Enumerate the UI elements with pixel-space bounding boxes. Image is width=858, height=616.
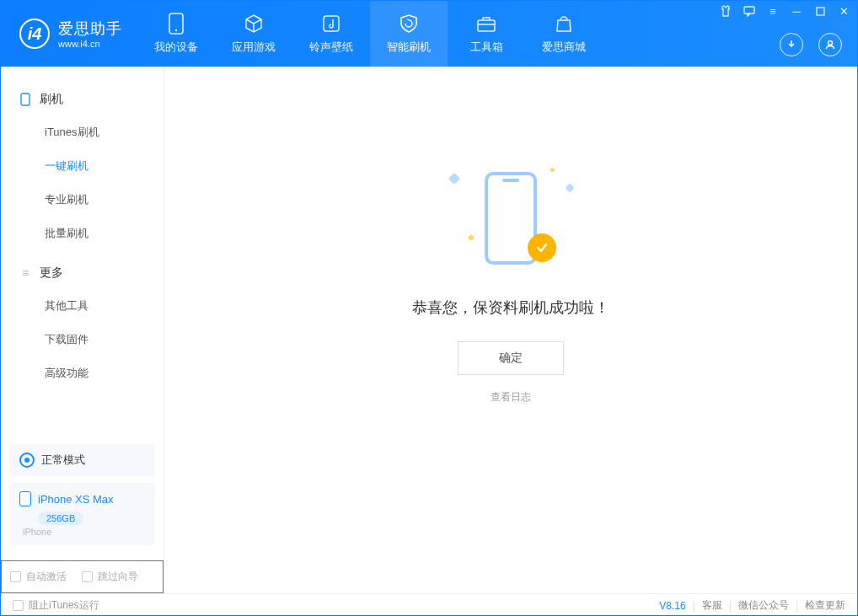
- checkbox-block-itunes[interactable]: 阻止iTunes运行: [13, 598, 99, 613]
- checkbox-icon: [82, 571, 93, 582]
- footer-right: V8.16 | 客服 | 微信公众号 | 检查更新: [659, 598, 845, 613]
- tab-store[interactable]: 爱思商城: [525, 1, 603, 67]
- tab-apps[interactable]: 应用游戏: [215, 1, 292, 67]
- checkbox-label: 自动激活: [26, 570, 67, 584]
- brand-url: www.i4.cn: [58, 39, 122, 49]
- cube-icon: [243, 13, 265, 35]
- window-controls: ≡ ─ ✕: [719, 4, 850, 18]
- sidebar-group-flash: 刷机 iTunes刷机 一键刷机 专业刷机 批量刷机: [1, 82, 164, 255]
- list-icon: ≡: [19, 267, 31, 279]
- tab-label: 应用游戏: [232, 40, 276, 55]
- checkbox-icon: [10, 571, 21, 582]
- music-icon: [320, 13, 342, 35]
- device-name-row: iPhone XS Max: [19, 491, 145, 506]
- sidebar-item-advanced[interactable]: 高级功能: [1, 356, 164, 390]
- device-icon: [19, 94, 31, 105]
- checkbox-auto-activate[interactable]: 自动激活: [10, 570, 67, 584]
- bag-icon: [553, 13, 575, 35]
- update-link[interactable]: 检查更新: [805, 598, 845, 613]
- logo-icon: i4: [19, 19, 50, 49]
- sidebar-item-oneclick[interactable]: 一键刷机: [1, 149, 164, 183]
- brand-name: 爱思助手: [58, 19, 122, 39]
- check-badge-icon: [528, 233, 556, 262]
- sparkle-icon: [550, 167, 555, 173]
- checkbox-icon: [13, 600, 24, 611]
- main-content: 恭喜您，保资料刷机成功啦！ 确定 查看日志: [164, 67, 857, 593]
- tab-label: 爱思商城: [542, 40, 586, 55]
- svg-point-1: [175, 29, 177, 31]
- tab-label: 智能刷机: [387, 40, 431, 55]
- tab-tools[interactable]: 工具箱: [448, 1, 525, 67]
- sidebar-item-batch[interactable]: 批量刷机: [1, 217, 164, 250]
- sidebar-item-firmware[interactable]: 下载固件: [1, 323, 164, 356]
- close-button[interactable]: ✕: [837, 4, 850, 18]
- options-highlight-box: 自动激活 跳过向导: [1, 560, 164, 593]
- device-capacity: 256GB: [38, 512, 83, 525]
- footer-left: 阻止iTunes运行: [13, 598, 99, 613]
- feedback-icon[interactable]: [743, 4, 756, 18]
- toolbox-icon: [475, 13, 497, 35]
- maximize-button[interactable]: [813, 4, 827, 18]
- tab-label: 工具箱: [470, 40, 503, 55]
- success-message: 恭喜您，保资料刷机成功啦！: [412, 297, 609, 318]
- sidebar-group-header[interactable]: 刷机: [1, 87, 164, 115]
- view-log-link[interactable]: 查看日志: [491, 390, 531, 404]
- separator: |: [729, 600, 732, 612]
- mode-label: 正常模式: [41, 453, 85, 468]
- separator: |: [796, 600, 798, 612]
- tab-label: 铃声壁纸: [309, 40, 353, 55]
- menu-icon[interactable]: ≡: [766, 4, 780, 18]
- svg-rect-4: [744, 7, 754, 13]
- device-card[interactable]: iPhone XS Max 256GB iPhone: [9, 483, 155, 545]
- svg-rect-2: [324, 16, 339, 31]
- body: 刷机 iTunes刷机 一键刷机 专业刷机 批量刷机 ≡ 更多 其他工具 下载固…: [1, 67, 857, 593]
- group-title: 刷机: [40, 92, 63, 107]
- logo-text: 爱思助手 www.i4.cn: [58, 19, 122, 49]
- sidebar-group-more: ≡ 更多 其他工具 下载固件 高级功能: [1, 255, 164, 395]
- user-icon[interactable]: [818, 33, 842, 56]
- support-link[interactable]: 客服: [702, 598, 722, 613]
- header-actions: [780, 33, 842, 56]
- success-illustration: [443, 159, 578, 277]
- sparkle-icon: [565, 183, 574, 192]
- refresh-shield-icon: [398, 13, 420, 35]
- sidebar-group-header[interactable]: ≡ 更多: [1, 260, 164, 289]
- version-label: V8.16: [659, 600, 685, 612]
- sidebar-bottom: 正常模式 iPhone XS Max 256GB iPhone: [1, 436, 164, 560]
- group-title: 更多: [40, 265, 63, 281]
- sidebar-item-pro[interactable]: 专业刷机: [1, 183, 164, 217]
- logo: i4 爱思助手 www.i4.cn: [1, 1, 137, 67]
- titlebar: i4 爱思助手 www.i4.cn 我的设备 应用游戏 铃声壁纸 智能刷机 工具…: [1, 1, 857, 67]
- skin-icon[interactable]: [719, 4, 732, 18]
- sidebar-scroll: 刷机 iTunes刷机 一键刷机 专业刷机 批量刷机 ≡ 更多 其他工具 下载固…: [1, 67, 164, 436]
- svg-rect-7: [21, 94, 29, 105]
- checkbox-label: 跳过向导: [98, 570, 138, 584]
- separator: |: [693, 600, 695, 612]
- tab-label: 我的设备: [154, 40, 198, 55]
- ok-button[interactable]: 确定: [458, 341, 564, 375]
- device-type: iPhone: [23, 527, 145, 537]
- sidebar: 刷机 iTunes刷机 一键刷机 专业刷机 批量刷机 ≡ 更多 其他工具 下载固…: [1, 67, 164, 593]
- svg-rect-3: [478, 20, 495, 31]
- checkbox-skip-guide[interactable]: 跳过向导: [82, 570, 138, 584]
- sparkle-icon: [448, 173, 460, 185]
- tab-ring[interactable]: 铃声壁纸: [292, 1, 370, 67]
- mode-dot-icon: [19, 453, 35, 468]
- phone-icon: [19, 491, 31, 506]
- statusbar: 阻止iTunes运行 V8.16 | 客服 | 微信公众号 | 检查更新: [1, 593, 857, 616]
- svg-rect-5: [817, 8, 824, 15]
- phone-icon: [165, 13, 187, 35]
- minimize-button[interactable]: ─: [790, 4, 803, 18]
- checkbox-label: 阻止iTunes运行: [29, 598, 99, 613]
- svg-point-6: [829, 41, 833, 46]
- device-name: iPhone XS Max: [38, 493, 114, 506]
- tab-flash[interactable]: 智能刷机: [370, 1, 448, 67]
- sparkle-icon: [468, 234, 475, 241]
- mode-indicator[interactable]: 正常模式: [9, 444, 155, 476]
- sidebar-item-itunes[interactable]: iTunes刷机: [1, 115, 164, 149]
- wechat-link[interactable]: 微信公众号: [738, 598, 789, 613]
- sidebar-item-other[interactable]: 其他工具: [1, 289, 164, 323]
- download-icon[interactable]: [780, 33, 803, 56]
- nav-tabs: 我的设备 应用游戏 铃声壁纸 智能刷机 工具箱 爱思商城: [137, 1, 603, 67]
- tab-mydevice[interactable]: 我的设备: [137, 1, 215, 67]
